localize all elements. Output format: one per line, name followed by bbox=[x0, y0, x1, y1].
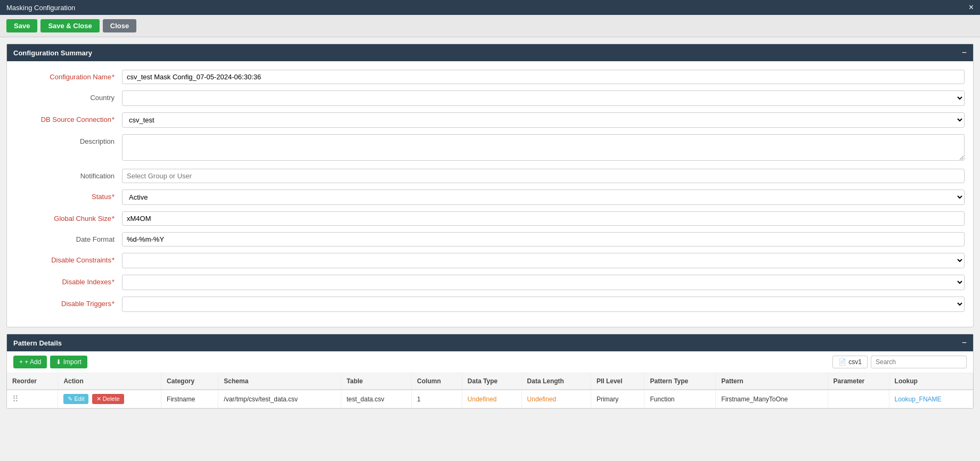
config-panel-header: Configuration Summary − bbox=[7, 44, 973, 61]
cell-pii-level: Primary bbox=[591, 390, 644, 408]
db-source-row: DB Source Connection csv_test bbox=[15, 112, 965, 128]
country-wrap bbox=[122, 90, 965, 106]
save-close-button[interactable]: Save & Close bbox=[40, 19, 99, 32]
cell-category: Firstname bbox=[161, 390, 218, 408]
cell-reorder: ⠿ bbox=[7, 390, 58, 408]
chunk-size-label: Global Chunk Size bbox=[15, 211, 122, 223]
csv-badge: 📄 csv1 bbox=[832, 356, 868, 368]
country-select[interactable] bbox=[122, 90, 965, 106]
cell-schema: /var/tmp/csv/test_data.csv bbox=[218, 390, 341, 408]
col-pattern-type: Pattern Type bbox=[644, 373, 716, 390]
drag-handle-icon[interactable]: ⠿ bbox=[12, 394, 19, 404]
config-panel-body: Configuration Name Country DB Source Con… bbox=[7, 61, 973, 327]
disable-constraints-row: Disable Constraints bbox=[15, 253, 965, 268]
col-lookup: Lookup bbox=[889, 373, 973, 390]
col-data-type: Data Type bbox=[462, 373, 521, 390]
pattern-table-head: Reorder Action Category Schema Table Col… bbox=[7, 373, 973, 390]
pattern-search-input[interactable] bbox=[871, 356, 967, 368]
import-icon: ⬇ bbox=[56, 358, 61, 366]
disable-constraints-select[interactable] bbox=[122, 253, 965, 268]
disable-triggers-wrap bbox=[122, 297, 965, 312]
csv-badge-label: csv1 bbox=[848, 358, 862, 366]
col-table: Table bbox=[341, 373, 411, 390]
config-name-row: Configuration Name bbox=[15, 70, 965, 84]
date-format-row: Date Format bbox=[15, 232, 965, 246]
date-format-wrap bbox=[122, 232, 965, 246]
table-row: ⠿ ✎ Edit ✕ Delete Firstname /var/tmp/csv… bbox=[7, 390, 973, 408]
col-pii-level: PII Level bbox=[591, 373, 644, 390]
pattern-table-wrap: Reorder Action Category Schema Table Col… bbox=[7, 373, 973, 408]
pattern-toolbar: + + Add ⬇ Import 📄 csv1 bbox=[7, 351, 973, 373]
pattern-panel-title: Pattern Details bbox=[13, 339, 62, 347]
col-reorder: Reorder bbox=[7, 373, 58, 390]
config-minimize-button[interactable]: − bbox=[962, 48, 967, 57]
description-textarea[interactable] bbox=[122, 134, 965, 161]
edit-button[interactable]: ✎ Edit bbox=[63, 394, 88, 404]
cell-lookup: Lookup_FNAME bbox=[889, 390, 973, 408]
disable-indexes-row: Disable Indexes bbox=[15, 275, 965, 290]
cell-table: test_data.csv bbox=[341, 390, 411, 408]
config-name-label: Configuration Name bbox=[15, 70, 122, 81]
notification-row: Notification bbox=[15, 169, 965, 183]
status-label: Status bbox=[15, 190, 122, 201]
col-parameter: Parameter bbox=[828, 373, 889, 390]
cell-column: 1 bbox=[412, 390, 462, 408]
title-bar-text: Masking Configuration bbox=[6, 4, 75, 12]
disable-triggers-label: Disable Triggers bbox=[15, 297, 122, 308]
disable-triggers-select[interactable] bbox=[122, 297, 965, 312]
col-pattern: Pattern bbox=[716, 373, 828, 390]
close-button[interactable]: Close bbox=[103, 19, 136, 32]
col-data-length: Data Length bbox=[521, 373, 591, 390]
pattern-table-header-row: Reorder Action Category Schema Table Col… bbox=[7, 373, 973, 390]
import-label: Import bbox=[63, 358, 81, 366]
add-pattern-button[interactable]: + + Add bbox=[13, 356, 47, 368]
config-summary-panel: Configuration Summary − Configuration Na… bbox=[6, 44, 974, 327]
title-bar: Masking Configuration × bbox=[0, 0, 980, 15]
chunk-size-input[interactable] bbox=[122, 211, 965, 226]
date-format-input[interactable] bbox=[122, 232, 965, 246]
col-action: Action bbox=[58, 373, 161, 390]
plus-icon: + bbox=[19, 358, 23, 366]
db-source-label: DB Source Connection bbox=[15, 112, 122, 124]
disable-constraints-label: Disable Constraints bbox=[15, 253, 122, 264]
status-select[interactable]: Active Inactive bbox=[122, 190, 965, 205]
save-button[interactable]: Save bbox=[6, 19, 37, 32]
db-source-select[interactable]: csv_test bbox=[122, 112, 965, 128]
cell-pattern-type: Function bbox=[644, 390, 716, 408]
file-icon: 📄 bbox=[838, 358, 846, 366]
pattern-panel-header: Pattern Details − bbox=[7, 334, 973, 351]
disable-constraints-wrap bbox=[122, 253, 965, 268]
add-label: + Add bbox=[24, 358, 41, 366]
notification-label: Notification bbox=[15, 169, 122, 180]
pattern-table-body: ⠿ ✎ Edit ✕ Delete Firstname /var/tmp/csv… bbox=[7, 390, 973, 408]
notification-input[interactable] bbox=[122, 169, 965, 183]
date-format-label: Date Format bbox=[15, 232, 122, 243]
pattern-toolbar-left: + + Add ⬇ Import bbox=[13, 356, 87, 368]
status-row: Status Active Inactive bbox=[15, 190, 965, 205]
cell-pattern: Firstname_ManyToOne bbox=[716, 390, 828, 408]
disable-triggers-row: Disable Triggers bbox=[15, 297, 965, 312]
disable-indexes-wrap bbox=[122, 275, 965, 290]
pattern-details-panel: Pattern Details − + + Add ⬇ Import 📄 csv… bbox=[6, 334, 974, 409]
cell-data-type: Undefined bbox=[462, 390, 521, 408]
chunk-size-wrap bbox=[122, 211, 965, 226]
country-row: Country bbox=[15, 90, 965, 106]
description-wrap bbox=[122, 134, 965, 162]
disable-indexes-label: Disable Indexes bbox=[15, 275, 122, 286]
pattern-minimize-button[interactable]: − bbox=[962, 339, 967, 347]
import-button[interactable]: ⬇ Import bbox=[50, 356, 87, 368]
cell-parameter bbox=[828, 390, 889, 408]
delete-button[interactable]: ✕ Delete bbox=[92, 394, 124, 404]
col-category: Category bbox=[161, 373, 218, 390]
main-toolbar: Save Save & Close Close bbox=[0, 15, 980, 37]
config-panel-title: Configuration Summary bbox=[13, 49, 92, 57]
pattern-table: Reorder Action Category Schema Table Col… bbox=[7, 373, 973, 408]
status-wrap: Active Inactive bbox=[122, 190, 965, 205]
description-label: Description bbox=[15, 134, 122, 145]
disable-indexes-select[interactable] bbox=[122, 275, 965, 290]
col-schema: Schema bbox=[218, 373, 341, 390]
config-name-input[interactable] bbox=[122, 70, 965, 84]
cell-action: ✎ Edit ✕ Delete bbox=[58, 390, 161, 408]
description-row: Description bbox=[15, 134, 965, 162]
title-bar-close-button[interactable]: × bbox=[969, 3, 974, 12]
